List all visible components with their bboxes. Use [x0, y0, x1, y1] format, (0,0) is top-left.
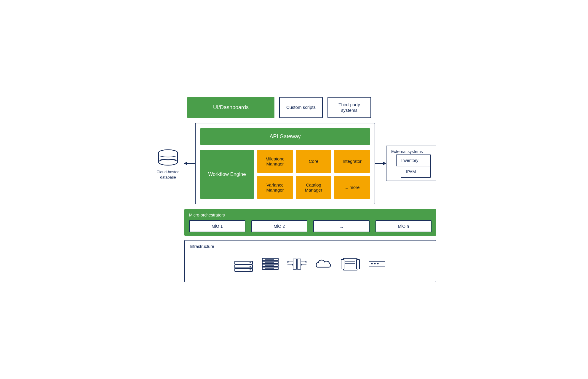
server-icon-3 [367, 256, 387, 273]
svg-marker-26 [304, 261, 306, 263]
inventory-box: Inventory [396, 155, 431, 166]
mio-n-label: MiO n [398, 224, 409, 229]
micro-orchestrators-box: Micro-orchestrators MiO 1 MiO 2 ... MiO … [184, 209, 436, 236]
api-gateway-box: API Gateway [200, 128, 370, 145]
custom-scripts-box: Custom scripts [279, 97, 323, 118]
catalog-manager-box: Catalog Manager [296, 176, 331, 199]
variance-manager-label: Variance Manager [261, 182, 289, 192]
cloud-db-wrapper: Cloud-hosted database [152, 147, 184, 180]
svg-point-10 [250, 269, 251, 270]
mio-n-box: MiO n [376, 220, 432, 232]
svg-rect-19 [293, 259, 297, 269]
inventory-label: Inventory [401, 158, 418, 163]
ui-dashboards-label: UI/Dashboards [213, 104, 249, 111]
orange-grid: Milestone Manager Core Integrator Varian… [257, 150, 370, 199]
switch-icon [287, 256, 307, 273]
cloud-icon [313, 256, 334, 273]
mio-ellipsis-box: ... [313, 220, 370, 232]
milestone-manager-box: Milestone Manager [257, 150, 293, 173]
core-service-box: Core [296, 150, 331, 173]
third-party-box: Third-party systems [327, 97, 371, 118]
workflow-engine-label: Workflow Engine [208, 171, 246, 177]
rack-icon [340, 256, 361, 273]
infrastructure-box: Infrastructure [184, 240, 436, 282]
third-party-label: Third-party systems [333, 102, 365, 113]
arrow-left-connector [184, 163, 195, 164]
core-box: API Gateway Workflow Engine Milestone Ma… [195, 123, 375, 204]
svg-rect-30 [341, 259, 344, 269]
svg-rect-40 [369, 267, 385, 268]
svg-point-8 [250, 262, 251, 263]
catalog-manager-label: Catalog Manager [299, 182, 328, 192]
variance-manager-box: Variance Manager [257, 176, 293, 199]
svg-point-38 [377, 263, 379, 264]
svg-marker-24 [291, 264, 293, 266]
api-gateway-label: API Gateway [269, 133, 301, 139]
cloud-db-icon [156, 147, 180, 168]
svg-point-9 [250, 266, 251, 267]
core-service-label: Core [309, 159, 319, 164]
mio-2-box: MiO 2 [251, 220, 308, 232]
top-row: UI/Dashboards Custom scripts Third-party… [187, 97, 371, 118]
ipam-label: IPAM [406, 169, 416, 174]
svg-rect-31 [357, 259, 359, 269]
svg-marker-28 [301, 264, 303, 266]
server-icon-2 [260, 256, 281, 273]
custom-scripts-label: Custom scripts [286, 104, 316, 110]
bottom-sections: Micro-orchestrators MiO 1 MiO 2 ... MiO … [184, 209, 436, 282]
external-systems: External systems Inventory IPAM [386, 146, 436, 181]
mio-row: MiO 1 MiO 2 ... MiO n [189, 220, 432, 232]
micro-orch-label: Micro-orchestrators [189, 213, 432, 217]
external-systems-label: External systems [391, 149, 431, 154]
more-label: ... more [345, 185, 360, 190]
integrator-box: Integrator [334, 150, 370, 173]
diagram-wrapper: UI/Dashboards Custom scripts Third-party… [152, 97, 436, 282]
svg-point-37 [374, 263, 376, 264]
more-box: ... more [334, 176, 370, 199]
workflow-engine-box: Workflow Engine [200, 150, 254, 199]
ui-dashboards-box: UI/Dashboards [187, 97, 274, 118]
server-icon-1 [233, 256, 254, 273]
ipam-box: IPAM [401, 166, 431, 178]
mio-ellipsis-label: ... [340, 224, 343, 229]
services-area: Workflow Engine Milestone Manager Core I… [200, 150, 370, 199]
svg-marker-22 [287, 261, 290, 263]
mio-2-label: MiO 2 [274, 224, 285, 229]
milestone-manager-label: Milestone Manager [261, 156, 289, 166]
external-systems-outer: External systems Inventory IPAM [386, 146, 436, 181]
infra-icons-row [190, 253, 431, 278]
svg-rect-29 [343, 258, 357, 270]
main-area: Cloud-hosted database API Gateway Workfl… [152, 123, 436, 204]
svg-point-36 [371, 263, 373, 264]
svg-rect-20 [297, 259, 301, 269]
integrator-label: Integrator [343, 159, 362, 164]
mio-1-box: MiO 1 [189, 220, 245, 232]
arrow-right-connector [375, 163, 386, 164]
mio-1-label: MiO 1 [212, 224, 223, 229]
infra-label: Infrastructure [190, 244, 431, 249]
cloud-db-label: Cloud-hosted database [152, 169, 184, 180]
